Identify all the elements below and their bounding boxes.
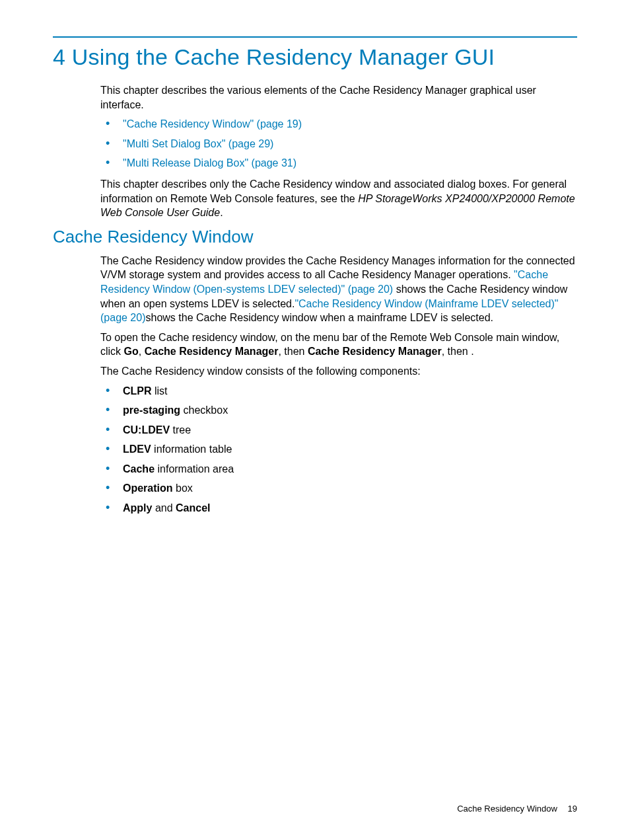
toc-link-multi-set[interactable]: "Multi Set Dialog Box" (page 29) <box>123 138 273 149</box>
list-item: LDEV information table <box>100 442 577 457</box>
comp-rest: box <box>173 482 193 494</box>
list-item: Operation box <box>100 481 577 496</box>
components-list: CLPR list pre-staging checkbox CU:LDEV t… <box>100 384 577 515</box>
page-footer: Cache Residency Window 19 <box>457 804 577 814</box>
comp-rest: and <box>152 502 176 514</box>
toc-link-cache-residency-window[interactable]: "Cache Residency Window" (page 19) <box>123 118 302 130</box>
toc-item: "Cache Residency Window" (page 19) <box>100 117 577 132</box>
comp-bold: Operation <box>123 482 173 494</box>
footer-title: Cache Residency Window <box>457 804 557 814</box>
comp-bold: CU:LDEV <box>123 424 170 436</box>
toc-item: "Multi Set Dialog Box" (page 29) <box>100 137 577 151</box>
chapter-title: Using the Cache Residency Manager GUI <box>72 44 495 69</box>
p2-bold-crm1: Cache Residency Manager <box>145 346 279 357</box>
p2-bold-go: Go <box>124 346 139 357</box>
intro-block: This chapter describes the various eleme… <box>100 83 577 220</box>
toc-link-multi-release[interactable]: "Multi Release Dialog Box" (page 31) <box>123 157 297 169</box>
list-item: pre-staging checkbox <box>100 403 577 418</box>
section-p3: The Cache Residency window consists of t… <box>100 364 577 379</box>
chapter-heading: 4 Using the Cache Residency Manager GUI <box>53 44 577 70</box>
comp-rest: information table <box>151 443 232 455</box>
comp-bold: Apply <box>123 502 152 514</box>
section-heading: Cache Residency Window <box>53 227 577 247</box>
section-body: The Cache Residency window provides the … <box>100 254 577 515</box>
comp-rest: list <box>152 385 168 397</box>
intro-paragraph: This chapter describes the various eleme… <box>100 83 577 112</box>
p1-pre: The Cache Residency window provides the … <box>100 255 575 281</box>
note-post: . <box>220 207 223 218</box>
comp-rest: information area <box>155 463 234 475</box>
toc-item: "Multi Release Dialog Box" (page 31) <box>100 156 577 171</box>
list-item: Apply and Cancel <box>100 501 577 515</box>
p2-sep1: , <box>139 346 145 357</box>
list-item: CLPR list <box>100 384 577 399</box>
comp-bold: CLPR <box>123 385 152 397</box>
comp-bold2: Cancel <box>176 502 210 514</box>
section-p2: To open the Cache residency window, on t… <box>100 330 577 359</box>
comp-rest: tree <box>170 424 191 436</box>
p1-post: shows the Cache Residency window when a … <box>146 312 493 323</box>
chapter-number: 4 <box>53 44 65 69</box>
comp-rest: checkbox <box>180 404 228 416</box>
p2-post: , then . <box>442 346 474 357</box>
list-item: CU:LDEV tree <box>100 423 577 438</box>
p2-bold-crm2: Cache Residency Manager <box>308 346 442 357</box>
toc-list: "Cache Residency Window" (page 19) "Mult… <box>100 117 577 171</box>
p2-sep2: , then <box>278 346 307 357</box>
comp-bold: pre-staging <box>123 404 180 416</box>
comp-bold: Cache <box>123 463 155 475</box>
comp-bold: LDEV <box>123 443 151 455</box>
footer-page-number: 19 <box>568 804 577 814</box>
list-item: Cache information area <box>100 462 577 477</box>
section-p1: The Cache Residency window provides the … <box>100 254 577 325</box>
top-rule <box>53 36 577 38</box>
note-paragraph: This chapter describes only the Cache Re… <box>100 177 577 220</box>
